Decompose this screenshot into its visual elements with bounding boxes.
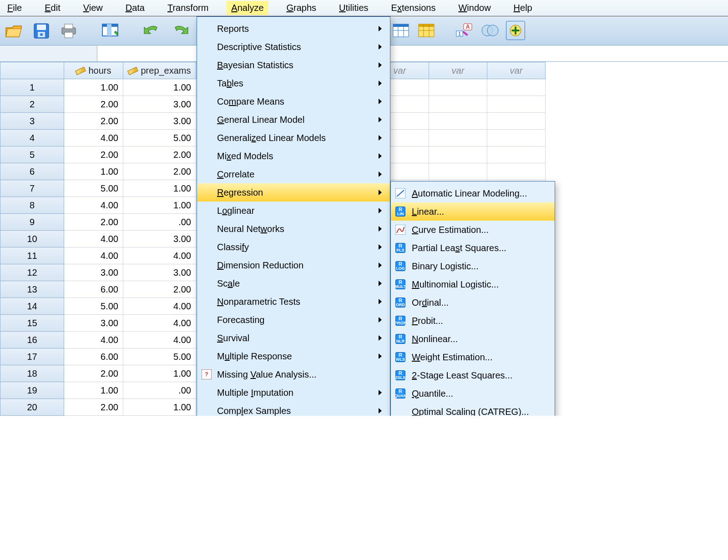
regression-ordinal[interactable]: RORDOrdinal... (391, 293, 555, 312)
menu-help[interactable]: Help (509, 1, 537, 15)
regression-multinomial-logistic[interactable]: RMULTMultinomial Logistic... (391, 275, 555, 293)
analyze-scale[interactable]: Scale (197, 274, 390, 293)
row-header[interactable]: 20 (0, 399, 64, 416)
cell-prep-exams[interactable]: 2.00 (123, 146, 196, 163)
analyze-dimension-reduction[interactable]: Dimension Reduction (197, 256, 390, 274)
data-view-button[interactable] (101, 21, 120, 40)
regression-binary-logistic[interactable]: RLOGBinary Logistic... (391, 257, 555, 275)
cell-prep-exams[interactable]: 1.00 (123, 197, 196, 214)
cell-prep-exams[interactable]: 4.00 (123, 247, 196, 264)
analyze-survival[interactable]: Survival (197, 329, 390, 347)
regression-automatic-linear-modeling[interactable]: Automatic Linear Modeling... (391, 184, 555, 202)
row-header[interactable]: 8 (0, 197, 64, 214)
menu-data[interactable]: Data (121, 1, 149, 15)
row-header[interactable]: 17 (0, 348, 64, 365)
cell-prep-exams[interactable]: 4.00 (123, 315, 196, 332)
column-var[interactable]: var (487, 62, 546, 79)
analyze-descriptive-statistics[interactable]: Descriptive Statistics (197, 38, 390, 56)
cell-hours[interactable]: 2.00 (64, 146, 123, 163)
cell-hours[interactable]: 4.00 (64, 231, 123, 247)
redo-button[interactable] (170, 21, 189, 40)
formula-bar[interactable] (97, 45, 728, 61)
cell-empty[interactable] (429, 96, 487, 113)
menu-graphs[interactable]: Graphs (282, 1, 321, 15)
menu-analyze[interactable]: Analyze (227, 1, 268, 15)
menu-window[interactable]: Window (454, 1, 495, 15)
cell-hours[interactable]: 5.00 (64, 298, 123, 315)
row-header[interactable]: 3 (0, 113, 64, 130)
analyze-general-linear-model[interactable]: General Linear Model (197, 111, 390, 129)
value-labels-button[interactable]: A1 (455, 21, 474, 40)
cell-empty[interactable] (487, 146, 546, 163)
row-header[interactable]: 12 (0, 264, 64, 281)
regression-partial-least-squares[interactable]: RPLSPartial Least Squares... (391, 239, 555, 257)
row-header[interactable]: 11 (0, 247, 64, 264)
analyze-multiple-imputation[interactable]: Multiple Imputation (197, 383, 390, 402)
row-header[interactable]: 10 (0, 231, 64, 247)
cell-empty[interactable] (429, 130, 487, 146)
row-header[interactable]: 1 (0, 79, 64, 96)
regression-linear[interactable]: RLINLinear... (391, 202, 555, 221)
row-header[interactable]: 19 (0, 382, 64, 399)
cell-hours[interactable]: 2.00 (64, 96, 123, 113)
cell-empty[interactable] (487, 113, 546, 130)
cell-hours[interactable]: 2.00 (64, 365, 123, 382)
cell-hours[interactable]: 5.00 (64, 180, 123, 197)
cell-hours[interactable]: 2.00 (64, 399, 123, 416)
cell-prep-exams[interactable]: 2.00 (123, 281, 196, 298)
analyze-complex-samples[interactable]: Complex Samples (197, 402, 390, 416)
analyze-loglinear[interactable]: Loglinear (197, 202, 390, 220)
analyze-nonparametric-tests[interactable]: Nonparametric Tests (197, 293, 390, 311)
cell-hours[interactable]: 2.00 (64, 113, 123, 130)
regression-curve-estimation[interactable]: Curve Estimation... (391, 221, 555, 239)
cell-hours[interactable]: 6.00 (64, 281, 123, 298)
analyze-classify[interactable]: Classify (197, 238, 390, 256)
cell-prep-exams[interactable]: 5.00 (123, 130, 196, 146)
column-hours[interactable]: hours (64, 62, 123, 79)
regression-2-stage-least-squares[interactable]: R2SLS2-Stage Least Squares... (391, 366, 555, 384)
cell-hours[interactable]: 1.00 (64, 163, 123, 180)
cell-hours[interactable]: 2.00 (64, 214, 123, 231)
analyze-forecasting[interactable]: Forecasting (197, 311, 390, 329)
cell-empty[interactable] (487, 96, 546, 113)
cell-prep-exams[interactable]: 3.00 (123, 231, 196, 247)
cell-hours[interactable]: 1.00 (64, 79, 123, 96)
row-header[interactable]: 4 (0, 130, 64, 146)
analyze-multiple-response[interactable]: Multiple Response (197, 347, 390, 365)
cell-prep-exams[interactable]: 4.00 (123, 332, 196, 348)
menu-utilities[interactable]: Utilities (334, 1, 373, 15)
row-header[interactable]: 14 (0, 298, 64, 315)
menu-view[interactable]: View (79, 1, 107, 15)
row-header[interactable]: 18 (0, 365, 64, 382)
cell-name-box[interactable] (0, 45, 97, 61)
cell-empty[interactable] (487, 130, 546, 146)
cell-hours[interactable]: 4.00 (64, 247, 123, 264)
row-header[interactable]: 5 (0, 146, 64, 163)
analyze-missing-value-analysis[interactable]: ?Missing Value Analysis... (197, 365, 390, 383)
cell-empty[interactable] (429, 113, 487, 130)
analyze-bayesian-statistics[interactable]: Bayesian Statistics (197, 56, 390, 74)
analyze-reports[interactable]: Reports (197, 20, 390, 38)
cell-prep-exams[interactable]: 1.00 (123, 180, 196, 197)
regression-probit[interactable]: RPROBProbit... (391, 312, 555, 330)
regression-weight-estimation[interactable]: RWLSWeight Estimation... (391, 348, 555, 366)
cell-prep-exams[interactable]: 1.00 (123, 365, 196, 382)
cell-prep-exams[interactable]: 3.00 (123, 96, 196, 113)
cell-hours[interactable]: 3.00 (64, 264, 123, 281)
cell-hours[interactable]: 6.00 (64, 348, 123, 365)
cell-prep-exams[interactable]: 4.00 (123, 298, 196, 315)
row-header[interactable]: 6 (0, 163, 64, 180)
analyze-menu[interactable]: ReportsDescriptive StatisticsBayesian St… (197, 16, 390, 416)
grid-icon-1[interactable] (391, 21, 410, 40)
regression-submenu[interactable]: Automatic Linear Modeling...RLINLinear..… (390, 181, 555, 416)
cell-empty[interactable] (429, 79, 487, 96)
add-button[interactable] (506, 21, 525, 40)
cell-empty[interactable] (487, 163, 546, 180)
print-button[interactable] (59, 21, 78, 40)
regression-optimal-scaling-catreg[interactable]: Optimal Scaling (CATREG)... (391, 403, 555, 416)
cell-prep-exams[interactable]: 1.00 (123, 399, 196, 416)
analyze-regression[interactable]: Regression (197, 183, 390, 202)
cell-empty[interactable] (487, 79, 546, 96)
menu-file[interactable]: File (3, 1, 26, 15)
analyze-generalized-linear-models[interactable]: Generalized Linear Models (197, 129, 390, 147)
